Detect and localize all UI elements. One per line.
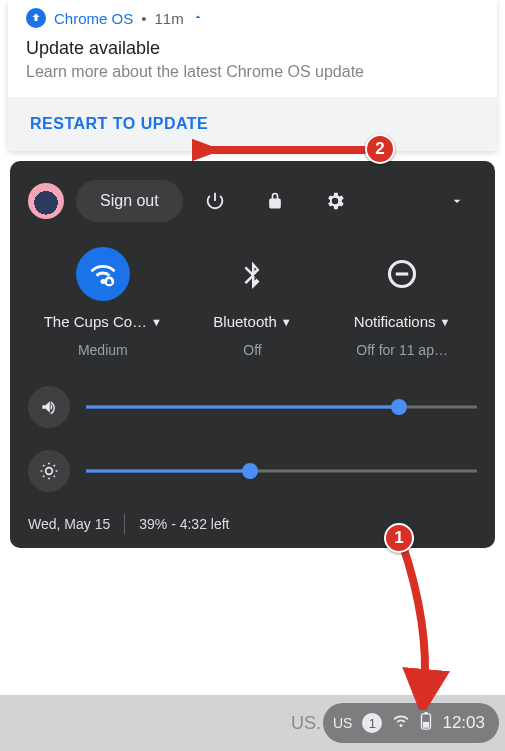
- settings-button[interactable]: [307, 179, 363, 223]
- brightness-icon[interactable]: [28, 450, 70, 492]
- svg-point-3: [46, 468, 53, 475]
- quick-settings-panel: Sign out The Cups Co… ▼ Medium: [10, 161, 495, 548]
- chevron-down-icon: ▼: [151, 316, 162, 328]
- battery-status-text: 39% - 4:32 left: [139, 516, 229, 532]
- wifi-icon: [76, 247, 130, 301]
- divider: [124, 514, 125, 534]
- brightness-slider[interactable]: [86, 459, 477, 483]
- quick-settings-top-row: Sign out: [28, 179, 477, 223]
- svg-rect-6: [423, 722, 429, 728]
- annotation-badge-1: 1: [384, 523, 414, 553]
- volume-row: [28, 386, 477, 428]
- wifi-tile[interactable]: The Cups Co… ▼ Medium: [29, 247, 177, 358]
- collapse-button[interactable]: [437, 179, 477, 223]
- bluetooth-tile[interactable]: Bluetooth ▼ Off: [178, 247, 326, 358]
- do-not-disturb-icon: [375, 247, 429, 301]
- annotation-arrow-2: [192, 130, 377, 170]
- wifi-tile-sublabel: Medium: [78, 342, 128, 358]
- lock-button[interactable]: [247, 179, 303, 223]
- obscured-underlying-text: US.: [291, 713, 321, 734]
- chevron-up-icon[interactable]: [192, 11, 204, 26]
- bluetooth-tile-sublabel: Off: [243, 342, 261, 358]
- notifications-tile-label[interactable]: Notifications ▼: [354, 313, 451, 330]
- notification-header[interactable]: Chrome OS • 11m: [8, 0, 497, 36]
- avatar[interactable]: [28, 183, 64, 219]
- chevron-down-icon: ▼: [281, 316, 292, 328]
- notification-title: Update available: [26, 38, 479, 59]
- tray-language[interactable]: US: [333, 715, 352, 731]
- volume-slider[interactable]: [86, 395, 477, 419]
- chevron-down-icon: ▼: [440, 316, 451, 328]
- annotation-arrow-1: [390, 535, 450, 710]
- power-button[interactable]: [187, 179, 243, 223]
- annotation-badge-2: 2: [365, 134, 395, 164]
- notification-time: 11m: [154, 10, 183, 27]
- notification-body: Update available Learn more about the la…: [8, 36, 497, 97]
- notification-source: Chrome OS: [54, 10, 133, 27]
- separator-dot: •: [141, 10, 146, 27]
- bluetooth-tile-label[interactable]: Bluetooth ▼: [213, 313, 291, 330]
- bluetooth-icon: [225, 247, 279, 301]
- update-notification-card: Chrome OS • 11m Update available Learn m…: [8, 0, 497, 151]
- tray-notification-count[interactable]: 1: [362, 713, 382, 733]
- notification-description: Learn more about the latest Chrome OS up…: [26, 63, 479, 81]
- svg-rect-5: [425, 712, 429, 714]
- date-text: Wed, May 15: [28, 516, 110, 532]
- sign-out-button[interactable]: Sign out: [76, 180, 183, 222]
- quick-settings-tiles: The Cups Co… ▼ Medium Bluetooth ▼ Off No…: [28, 247, 477, 358]
- volume-icon[interactable]: [28, 386, 70, 428]
- upload-icon: [26, 8, 46, 28]
- battery-icon: [420, 712, 432, 734]
- wifi-icon: [392, 712, 410, 734]
- wifi-tile-label[interactable]: The Cups Co… ▼: [44, 313, 162, 330]
- notifications-tile-sublabel: Off for 11 ap…: [356, 342, 448, 358]
- tray-clock: 12:03: [442, 713, 485, 733]
- restart-to-update-button[interactable]: RESTART TO UPDATE: [30, 115, 208, 133]
- notifications-tile[interactable]: Notifications ▼ Off for 11 ap…: [328, 247, 476, 358]
- brightness-row: [28, 450, 477, 492]
